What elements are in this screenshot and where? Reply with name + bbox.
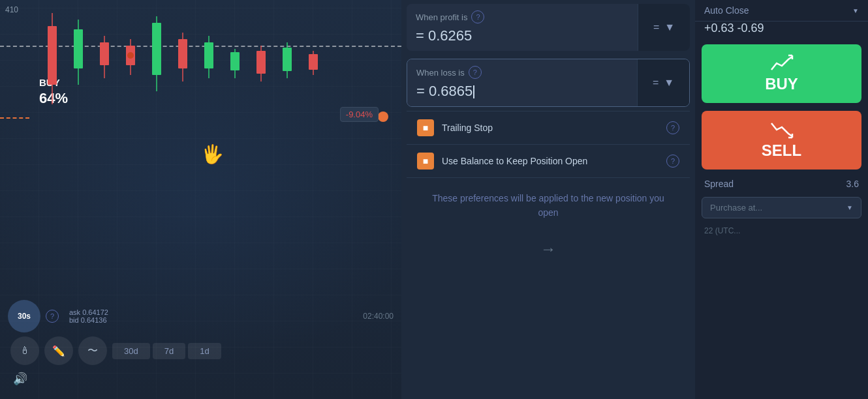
middle-panel: When profit is ? = 0.6265 = ▼ When loss …: [401, 0, 695, 399]
loss-help-icon[interactable]: ?: [469, 66, 482, 79]
dropdown-icon[interactable]: ▼: [664, 22, 675, 33]
loss-condition-block: When loss is ? = 0.6865 = ▼: [407, 59, 690, 107]
balance-help[interactable]: ?: [666, 155, 679, 168]
profit-actions: = ▼: [638, 4, 690, 51]
svg-rect-1: [48, 26, 57, 85]
svg-rect-22: [309, 54, 318, 70]
svg-rect-12: [178, 39, 187, 68]
y-axis-label: 410: [5, 5, 18, 14]
spread-label: Spread: [704, 179, 734, 189]
profit-value: = 0.6265: [416, 27, 628, 44]
trailing-stop-label: Trailing Stop: [442, 123, 659, 133]
buy-button[interactable]: BUY: [702, 44, 861, 103]
text-cursor: [473, 85, 474, 98]
period-30d[interactable]: 30d: [112, 343, 150, 359]
svg-rect-5: [100, 42, 109, 65]
chart-bottom-controls: 30s ? ask 0.64172 bid 0.64136 02:40:00 🕯…: [0, 295, 401, 399]
candle-icon-button[interactable]: 🕯: [10, 336, 39, 365]
ask-bid-info: ask 0.64172 bid 0.64136: [69, 308, 108, 324]
svg-point-8: [127, 52, 134, 59]
profit-input-area[interactable]: When profit is ? = 0.6265: [407, 4, 638, 51]
right-panel: Auto Close ▼ +0.63 -0.69 BUY SELL Spread…: [695, 0, 868, 399]
price-line-orange: [0, 117, 29, 119]
loss-actions: = ▼: [637, 59, 689, 106]
wave-icon-button[interactable]: 〜: [78, 336, 107, 365]
loss-dot: [378, 111, 388, 122]
pencil-icon-button[interactable]: ✏️: [44, 336, 73, 365]
arrow-icon: →: [540, 240, 556, 258]
loss-label: When loss is ?: [416, 66, 628, 79]
time-label: 02:40:00: [363, 312, 394, 321]
arrow-row: →: [401, 233, 695, 265]
candlestick-chart: [26, 0, 352, 130]
chart-down-icon: [770, 121, 794, 139]
purchase-dropdown-arrow[interactable]: ▼: [846, 204, 853, 211]
bid-value: bid 0.64136: [69, 316, 108, 324]
loss-equals-icon[interactable]: =: [653, 77, 659, 89]
auto-close-header: Auto Close ▼: [695, 0, 868, 22]
checkbox-check: ■: [423, 123, 428, 133]
period-7d[interactable]: 7d: [153, 343, 185, 359]
period-tabs: 30d 7d 1d: [112, 343, 221, 359]
preferences-text: These preferences will be applied to the…: [401, 178, 695, 233]
svg-rect-14: [204, 42, 213, 68]
balance-checkbox-check: ■: [423, 156, 428, 166]
svg-rect-10: [152, 23, 161, 75]
profit-loss-section: When profit is ? = 0.6265 = ▼ When loss …: [401, 0, 695, 178]
balance-checkbox[interactable]: ■: [417, 153, 434, 170]
spread-row: Spread 3.6: [695, 173, 868, 194]
utc-label: 22 (UTC...: [695, 221, 868, 241]
timeframe-button[interactable]: 30s: [8, 300, 40, 332]
svg-rect-16: [230, 52, 240, 70]
period-1d[interactable]: 1d: [188, 343, 221, 359]
equals-icon[interactable]: =: [653, 22, 659, 33]
chart-panel: 410 -9.04% BUY 64%: [0, 0, 401, 399]
bottom-toolbar: 🕯 ✏️ 〜 30d 7d 1d: [8, 336, 394, 365]
timeframe-row: 30s ? ask 0.64172 bid 0.64136 02:40:00: [8, 300, 394, 332]
purchase-placeholder: Purchase at...: [710, 203, 762, 213]
svg-rect-3: [74, 29, 83, 68]
chart-up-icon: [770, 54, 794, 72]
purchase-input[interactable]: Purchase at... ▼: [702, 197, 861, 218]
balance-row: ■ Use Balance to Keep Position Open ?: [407, 145, 690, 177]
spread-value: 3.6: [846, 179, 859, 189]
profit-label: When profit is ?: [416, 10, 628, 23]
profit-help-icon[interactable]: ?: [471, 10, 484, 23]
chevron-down-icon[interactable]: ▼: [852, 7, 859, 14]
sell-button[interactable]: SELL: [702, 111, 861, 170]
profit-condition-block: When profit is ? = 0.6265 = ▼: [407, 4, 690, 51]
svg-rect-18: [256, 51, 266, 74]
auto-close-values: +0.63 -0.69: [695, 22, 868, 40]
ask-value: ask 0.64172: [69, 308, 108, 316]
svg-rect-20: [283, 48, 292, 71]
speaker-icon[interactable]: 🔊: [13, 372, 27, 386]
trailing-stop-row: ■ Trailing Stop ?: [407, 111, 690, 144]
trailing-stop-checkbox[interactable]: ■: [417, 119, 434, 136]
loss-dropdown-icon[interactable]: ▼: [664, 77, 674, 89]
balance-label: Use Balance to Keep Position Open: [442, 156, 659, 166]
help-icon[interactable]: ?: [46, 310, 59, 323]
loss-value: = 0.6865: [416, 83, 628, 100]
trailing-stop-help[interactable]: ?: [666, 121, 679, 134]
auto-close-label: Auto Close: [704, 5, 749, 16]
loss-input-area[interactable]: When loss is ? = 0.6865: [407, 59, 637, 106]
